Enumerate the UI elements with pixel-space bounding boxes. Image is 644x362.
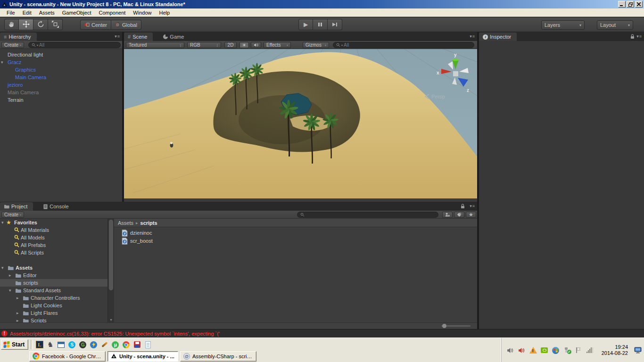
taskbar-clock[interactable]: 19:24 2014-08-22: [602, 344, 628, 356]
gizmos-dropdown[interactable]: Gizmos ▾: [303, 42, 329, 48]
hierarchy-item[interactable]: ▾Gracz: [0, 58, 122, 66]
axis-gizmo-center[interactable]: [453, 71, 458, 76]
menu-window[interactable]: Window: [129, 9, 155, 16]
chrome-icon[interactable]: [122, 341, 130, 349]
hierarchy-search-field[interactable]: ▾: [28, 42, 121, 48]
assets-tree-item[interactable]: ▸Character Controllers: [0, 294, 107, 302]
gameranger-icon[interactable]: ♞: [46, 341, 54, 349]
scene-search-field[interactable]: ▾: [333, 42, 474, 48]
disk-tool-icon[interactable]: [133, 341, 141, 349]
tab-console[interactable]: Console: [40, 202, 74, 211]
expander-icon[interactable]: ▾: [1, 58, 3, 66]
scene-audio-button[interactable]: [251, 42, 261, 48]
expander-icon[interactable]: ▾: [1, 219, 4, 226]
render-channel-dropdown[interactable]: RGB ↕: [187, 42, 221, 48]
panel-menu-icon[interactable]: ▾≡: [636, 34, 642, 39]
favorites-item[interactable]: All Prefabs: [0, 241, 107, 249]
tab-scene[interactable]: # Scene: [124, 33, 153, 41]
tab-project[interactable]: Project: [0, 202, 33, 211]
tab-hierarchy[interactable]: ≡ Hierarchy: [0, 33, 37, 41]
assets-tree-item[interactable]: ▾Assets: [0, 264, 107, 272]
windows-update-tray-icon[interactable]: [552, 346, 560, 354]
hand-tool-button[interactable]: [4, 19, 19, 30]
expander-icon[interactable]: ▸: [17, 309, 19, 317]
hierarchy-item[interactable]: Directional light: [0, 51, 122, 58]
search-by-type-button[interactable]: [442, 212, 453, 218]
layout-dropdown[interactable]: Layout▾: [597, 20, 633, 30]
hierarchy-item[interactable]: Terrain: [0, 96, 122, 104]
assets-tree-item[interactable]: ▸Scripts: [0, 317, 107, 322]
thumbnail-zoom-slider[interactable]: [441, 325, 471, 327]
utorrent-icon[interactable]: µ: [111, 341, 119, 349]
gameguard-icon[interactable]: G: [79, 341, 87, 349]
minimize-button[interactable]: [618, 1, 626, 8]
tab-game[interactable]: Game: [159, 33, 190, 41]
expander-icon[interactable]: ▾: [9, 287, 11, 294]
tab-inspector[interactable]: i Inspector: [479, 33, 517, 41]
assets-tree-item[interactable]: ▸Light Flares: [0, 309, 107, 317]
scale-tool-button[interactable]: [48, 19, 63, 30]
hierarchy-item[interactable]: Main Camera: [0, 89, 122, 96]
close-button[interactable]: [635, 1, 643, 8]
play-button[interactable]: ▶: [298, 19, 313, 30]
menu-edit[interactable]: Edit: [19, 9, 35, 16]
assets-tree-item[interactable]: ▸Editor: [0, 272, 107, 279]
toggle-2d-button[interactable]: 2D: [224, 42, 237, 48]
scene-search-input[interactable]: [344, 42, 471, 48]
expander-icon[interactable]: ▸: [9, 272, 11, 279]
hierarchy-item[interactable]: jezioro: [0, 81, 122, 89]
layers-dropdown[interactable]: Layers▾: [541, 20, 585, 30]
volume-muted-tray-icon[interactable]: [518, 346, 526, 354]
menu-component[interactable]: Component: [95, 9, 129, 16]
status-bar[interactable]: ! Assets/scripts/dzieninoc.cs(16,33): er…: [0, 329, 644, 337]
hierarchy-item[interactable]: Graphics: [0, 66, 122, 74]
lock-icon[interactable]: [630, 34, 635, 40]
hierarchy-search-input[interactable]: [39, 42, 117, 48]
start-button[interactable]: Start: [1, 339, 28, 350]
pivot-toggle-button[interactable]: Center: [80, 20, 111, 30]
restore-button[interactable]: [627, 1, 634, 8]
program-window-icon[interactable]: [57, 341, 65, 349]
panel-menu-icon[interactable]: ▾≡: [115, 34, 120, 39]
scene-lighting-button[interactable]: [239, 42, 249, 48]
file-item[interactable]: #dzieninoc: [114, 229, 477, 237]
paint-tool-icon[interactable]: [100, 341, 108, 349]
pause-button[interactable]: [313, 19, 328, 30]
skype-icon[interactable]: S: [68, 341, 76, 349]
favorites-item[interactable]: All Scripts: [0, 249, 107, 256]
taskbar-task-unity[interactable]: Unity - scena.unity - ...: [107, 351, 178, 362]
favorites-header[interactable]: ▾★Favorites: [0, 219, 107, 226]
project-search-input[interactable]: [305, 212, 435, 217]
expander-icon[interactable]: ▾: [1, 264, 4, 272]
space-toggle-button[interactable]: Global: [111, 20, 141, 30]
search-filter-chevron-icon[interactable]: ▾: [341, 43, 343, 47]
menu-help[interactable]: Help: [155, 9, 173, 16]
show-desktop-button[interactable]: [634, 346, 642, 354]
hierarchy-create-button[interactable]: Create▾: [1, 42, 24, 48]
volume-tray-icon[interactable]: [506, 346, 515, 354]
file-item[interactable]: #scr_boost: [114, 237, 477, 245]
breadcrumb-current[interactable]: scripts: [140, 220, 157, 226]
scrollbar-down-arrow[interactable]: ▾: [108, 318, 114, 322]
network-signal-tray-icon[interactable]: [586, 346, 594, 354]
warning-tray-icon[interactable]: !: [529, 346, 537, 354]
assets-tree-item[interactable]: ▾Standard Assets: [0, 287, 107, 294]
scene-viewport[interactable]: y x z Persp: [124, 49, 477, 198]
favorites-item[interactable]: All Materials: [0, 226, 107, 234]
slider-knob[interactable]: [442, 324, 446, 328]
step-button[interactable]: [328, 19, 342, 30]
breadcrumb-root[interactable]: Assets: [118, 220, 133, 226]
nvidia-tray-icon[interactable]: [540, 346, 549, 354]
flag-tray-icon[interactable]: [574, 346, 583, 354]
lightning-app-icon[interactable]: [90, 341, 98, 349]
panel-menu-icon[interactable]: ▾≡: [470, 204, 475, 208]
assets-tree-item[interactable]: scripts: [0, 279, 107, 287]
move-tool-button[interactable]: [19, 19, 33, 30]
hierarchy-item[interactable]: Main Camera: [0, 74, 122, 81]
lock-icon[interactable]: [461, 204, 465, 210]
assets-tree-item[interactable]: Light Cookies: [0, 302, 107, 309]
project-create-button[interactable]: Create▾: [1, 212, 24, 218]
notepad-icon[interactable]: [144, 341, 152, 349]
favorites-item[interactable]: All Models: [0, 234, 107, 241]
taskbar-task-chrome[interactable]: Facebook - Google Chrome: [29, 351, 106, 362]
